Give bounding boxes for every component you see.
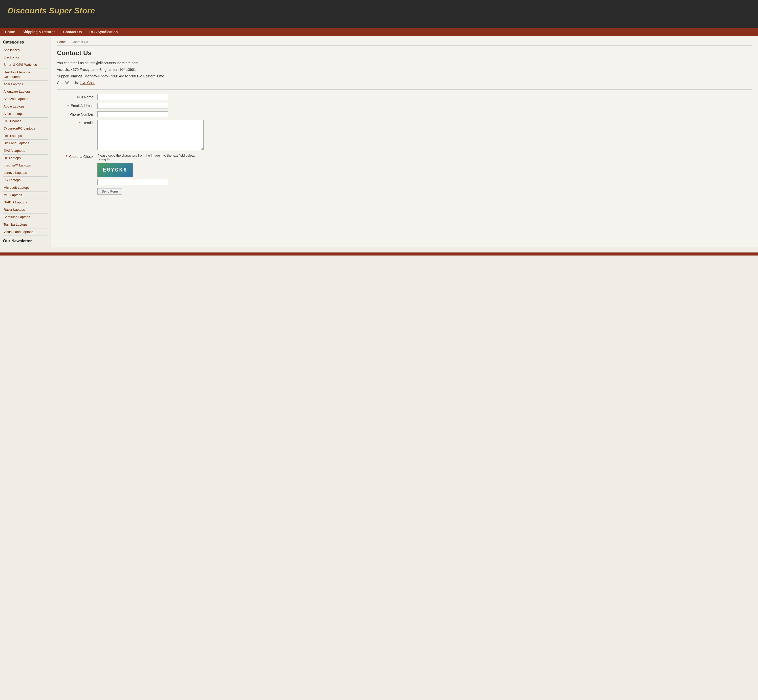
footer-bar (0, 253, 758, 256)
details-input-wrapper (97, 120, 204, 151)
list-item: Lenovo Laptops (3, 169, 48, 177)
sidebar-item-samsung[interactable]: Samsung Laptops (3, 214, 48, 220)
list-item: LG Laptops (3, 177, 48, 184)
sidebar-item-apple[interactable]: Apple Laptops (3, 103, 48, 110)
sidebar-item-cell-phones[interactable]: Cell Phones (3, 118, 48, 125)
category-list: Appliances Electronics Smart & GPS Watch… (3, 47, 48, 236)
sidebar-item-amazon[interactable]: Amazon Laptops (3, 95, 48, 102)
captcha-image: EGYCK6 (97, 163, 133, 177)
chat-info: Chat With Us: Live Chat (57, 81, 752, 85)
list-item: Toshiba Laptops (3, 221, 48, 228)
main-navbar: Home Shipping & Returns Contact Us RSS S… (0, 28, 758, 36)
list-item: EVGA Laptops (3, 147, 48, 155)
sidebar-item-razer[interactable]: Razer Laptops (3, 206, 48, 213)
captcha-row: * Captcha Check: Please copy the charact… (57, 153, 752, 195)
email-input[interactable] (97, 103, 168, 109)
breadcrumb-home[interactable]: Home (57, 40, 66, 44)
newsletter-title: Our Newsletter (3, 239, 48, 243)
list-item: Razer Laptops (3, 206, 48, 214)
list-item: CybertronPC Laptops (3, 125, 48, 132)
list-item: Appliances (3, 47, 48, 54)
full-name-row: Full Name: (57, 94, 752, 100)
email-input-wrapper (97, 103, 168, 109)
site-header: Discounts Super Store (0, 0, 758, 28)
sidebar-item-asus[interactable]: Asus Laptops (3, 110, 48, 117)
sidebar-item-hp[interactable]: HP Laptops (3, 155, 48, 162)
nav-shipping[interactable]: Shipping & Returns (22, 30, 56, 34)
list-item: DigiLand Laptops (3, 140, 48, 147)
list-item: HP Laptops (3, 155, 48, 162)
sidebar-item-cybertronpc[interactable]: CybertronPC Laptops (3, 125, 48, 132)
sidebar-item-nvidia[interactable]: NVIDIA Laptops (3, 199, 48, 206)
support-info: Support Timings: Monday-Friday - 9:00 AM… (57, 74, 752, 78)
list-item: Acer Laptops (3, 81, 48, 88)
list-item: Smart & GPS Watches (3, 61, 48, 69)
list-item: Apple Laptops (3, 103, 48, 110)
nav-contact[interactable]: Contact Us (63, 30, 82, 34)
list-item: Desktop All-in-one Computers (3, 69, 48, 81)
phone-input[interactable] (97, 111, 168, 117)
captcha-area: Please copy the characters from the imag… (97, 153, 198, 195)
site-title: Discounts Super Store (8, 6, 750, 16)
live-chat-link[interactable]: Live Chat (80, 81, 95, 85)
content-area: Home › Contact Us Contact Us You can ema… (51, 36, 758, 247)
details-required-star: * (79, 121, 80, 125)
sidebar-item-digiland[interactable]: DigiLand Laptops (3, 140, 48, 147)
list-item: Amazon Laptops (3, 95, 48, 103)
main-container: Categories Appliances Electronics Smart … (0, 36, 758, 247)
sidebar-item-evga[interactable]: EVGA Laptops (3, 147, 48, 154)
list-item: Visual Land Laptops (3, 228, 48, 236)
sidebar-item-electronics[interactable]: Electronics (3, 54, 48, 61)
sidebar-item-acer[interactable]: Acer Laptops (3, 81, 48, 88)
categories-title: Categories (3, 40, 48, 45)
contact-info: You can email us at: info@discountssuper… (57, 61, 752, 85)
sidebar-item-smart-gps[interactable]: Smart & GPS Watches (3, 61, 48, 68)
sidebar-item-microsoft[interactable]: Microsoft Laptops (3, 184, 48, 191)
page-title: Contact Us (57, 49, 752, 57)
sidebar-item-lg[interactable]: LG Laptops (3, 177, 48, 184)
nav-rss[interactable]: RSS Syndication (89, 30, 118, 34)
full-name-input[interactable] (97, 94, 168, 100)
captcha-label: * Captcha Check: (57, 153, 97, 159)
phone-row: Phone Number: (57, 111, 752, 117)
list-item: Electronics (3, 54, 48, 61)
address-info: Visit Us: 4370 Frosty Lane Binghamton, N… (57, 67, 752, 72)
sidebar-item-toshiba[interactable]: Toshiba Laptops (3, 221, 48, 228)
email-required-star: * (67, 104, 69, 108)
list-item: Cell Phones (3, 118, 48, 125)
list-item: NVIDIA Laptops (3, 199, 48, 206)
email-info: You can email us at: info@discountssuper… (57, 61, 752, 65)
breadcrumb-separator: › (67, 40, 69, 44)
email-row: * Email Address: (57, 103, 752, 109)
details-row: * Details: (57, 120, 752, 151)
breadcrumb-current: Contact Us (72, 40, 88, 44)
details-label: * Details: (57, 120, 97, 125)
contact-form: Full Name: * Email Address: Phon (57, 94, 752, 195)
sidebar-item-appliances[interactable]: Appliances (3, 47, 48, 54)
send-form-button[interactable]: Send Form (97, 188, 122, 195)
sidebar-item-insignia[interactable]: Insignia™ Laptops (3, 162, 48, 169)
sidebar-item-dell[interactable]: Dell Laptops (3, 132, 48, 139)
nav-home[interactable]: Home (5, 30, 15, 34)
sidebar-item-desktop-all-in-one[interactable]: Desktop All-in-one Computers (3, 69, 48, 80)
captcha-required-star: * (66, 155, 67, 159)
full-name-label: Full Name: (57, 94, 97, 99)
details-textarea[interactable] (97, 120, 204, 150)
sidebar-item-visual-land[interactable]: Visual Land Laptops (3, 228, 48, 236)
email-label: * Email Address: (57, 103, 97, 108)
breadcrumb: Home › Contact Us (57, 40, 752, 45)
sidebar-item-alienware[interactable]: Alienware Laptops (3, 88, 48, 95)
list-item: Dell Laptops (3, 132, 48, 140)
list-item: Samsung Laptops (3, 214, 48, 221)
list-item: Insignia™ Laptops (3, 162, 48, 169)
chat-label: Chat With Us: (57, 81, 79, 85)
list-item: Asus Laptops (3, 110, 48, 118)
sidebar-item-lenovo[interactable]: Lenovo Laptops (3, 169, 48, 177)
list-item: MSI Laptops (3, 192, 48, 199)
list-item: Microsoft Laptops (3, 184, 48, 192)
captcha-note: Please copy the characters from the imag… (97, 153, 198, 161)
captcha-input[interactable] (97, 179, 168, 185)
sidebar-item-msi[interactable]: MSI Laptops (3, 192, 48, 198)
full-name-input-wrapper (97, 94, 168, 100)
phone-input-wrapper (97, 111, 168, 117)
